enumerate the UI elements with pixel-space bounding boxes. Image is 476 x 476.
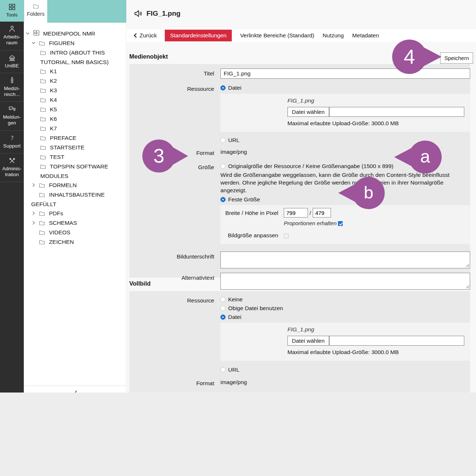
tree-item-pdfs[interactable]: PDFs: [24, 209, 126, 218]
chevron-left-icon: [134, 33, 137, 38]
tree-item-figuren[interactable]: FIGUREN: [24, 38, 126, 48]
tree-item[interactable]: K7: [24, 124, 126, 133]
tree-item-label: FORMELN: [49, 182, 77, 188]
ressource-label: Ressource: [129, 84, 220, 93]
proportionen-checkbox[interactable]: [338, 221, 343, 226]
rail-item-administration[interactable]: Adminis­tration: [0, 153, 24, 182]
back-button[interactable]: Zurück: [134, 32, 157, 39]
rail-item-meldungen[interactable]: Meldun­gen: [0, 102, 24, 130]
radio-datei[interactable]: [220, 85, 226, 90]
tab-standardeinstellungen[interactable]: Standardeinstellungen: [165, 30, 231, 41]
bildgroesse-checkbox[interactable]: [284, 234, 289, 238]
breite-hoehe-label: Breite / Höhe in Pi­xel: [220, 208, 284, 217]
folder-icon: [40, 134, 48, 143]
ressource-label: Ressource: [129, 295, 220, 305]
chevron-down-icon[interactable]: [31, 39, 38, 48]
format-value: image/png: [220, 148, 470, 156]
rail-item-medizinisch[interactable]: Medizi­nisch...: [0, 73, 24, 102]
rail-item-label: Support: [3, 143, 21, 149]
tab-bar: Zurück Standardeinstellungen Verlinkte B…: [126, 29, 476, 42]
tree-item[interactable]: K4: [24, 95, 126, 105]
resize-handle-icon[interactable]: [465, 285, 469, 289]
radio-datei[interactable]: [220, 315, 226, 320]
radio-keine-label: Keine: [228, 296, 243, 302]
rail-item-label: UniBE: [5, 63, 19, 68]
section-heading-medienobjekt: Medienobjekt: [129, 53, 168, 60]
page-title: FIG_1.png: [134, 9, 181, 18]
tree-item[interactable]: TOPSPIN SOFTWARE MODU­LES: [24, 162, 126, 181]
groesse-label: Größe: [129, 162, 220, 171]
chevron-right-icon[interactable]: [31, 209, 38, 218]
folder-icon: [40, 86, 48, 95]
chevron-right-icon[interactable]: [31, 219, 38, 228]
file-path-input[interactable]: [329, 336, 464, 346]
tree-item-medienpool[interactable]: MEDIENPOOL NMR: [24, 29, 126, 38]
tab-metadaten[interactable]: Metadaten: [352, 30, 379, 41]
tree-item[interactable]: K5: [24, 105, 126, 114]
titel-label: Titel: [129, 68, 220, 78]
rail-item-unibe[interactable]: UniBE: [0, 51, 24, 73]
tree-item[interactable]: K1: [24, 67, 126, 76]
radio-url-label: URL: [228, 367, 239, 373]
tab-verlinkte-bereiche[interactable]: Verlinkte Bereiche (Standard): [240, 30, 314, 41]
hoehe-input[interactable]: [313, 208, 331, 217]
rail-item-support[interactable]: ? Support: [0, 131, 24, 153]
save-button[interactable]: Speichern: [440, 52, 473, 64]
tree-item-label: STARTSEITE: [50, 144, 84, 150]
format-label: Format: [129, 378, 220, 387]
radio-feste-groesse[interactable]: [220, 197, 226, 202]
tree-item-label: FIGUREN: [49, 40, 75, 46]
question-icon: ?: [1, 134, 23, 142]
folder-icon: [40, 143, 48, 152]
tree-item[interactable]: K3: [24, 86, 126, 95]
folder-icon: [33, 4, 39, 8]
bildunterschrift-label: Bildunterschrift: [129, 252, 220, 261]
radio-datei-label: Datei: [228, 85, 241, 91]
tree-item-label: SCHEMAS: [49, 220, 77, 226]
breite-input[interactable]: [284, 208, 308, 217]
alternativtext-textarea[interactable]: [220, 273, 470, 290]
page-title-text: FIG_1.png: [146, 10, 181, 18]
tree-item[interactable]: K2: [24, 76, 126, 86]
titel-input[interactable]: [220, 68, 470, 79]
max-upload-note: Maximal erlaubte Upload-Größe: 3000.0 MB: [287, 348, 464, 356]
app-window: Tools Arbeits­raum UniBE Med: [0, 0, 476, 393]
bildunterschrift-textarea[interactable]: [220, 252, 470, 268]
radio-keine[interactable]: [220, 297, 226, 302]
choose-file-button[interactable]: Datei wählen: [287, 107, 329, 117]
file-path-input[interactable]: [329, 107, 464, 117]
tree-item[interactable]: ZEICHEN: [24, 237, 126, 247]
radio-url[interactable]: [220, 367, 226, 372]
radio-obige-datei[interactable]: [220, 306, 226, 311]
tree-item-schemas[interactable]: SCHEMAS: [24, 218, 126, 228]
tree-item[interactable]: VIDEOS: [24, 228, 126, 237]
folder-icon: [39, 219, 47, 228]
tree-item[interactable]: TEST: [24, 152, 126, 162]
radio-originalgroesse[interactable]: [220, 164, 226, 169]
rail-item-arbeitsraum[interactable]: Arbeits­raum: [0, 22, 24, 50]
tree-item-label: TEST: [50, 154, 64, 160]
folder-icon: [40, 153, 48, 162]
folder-icon: [40, 124, 48, 133]
tree-item[interactable]: PREFACE: [24, 133, 126, 143]
tab-folders[interactable]: Folders: [24, 0, 47, 31]
tree-item[interactable]: K6: [24, 114, 126, 124]
chevron-right-icon[interactable]: [31, 181, 38, 190]
rail-item-tools[interactable]: Tools: [0, 0, 24, 22]
radio-datei-label: Datei: [228, 314, 241, 320]
tree-item-label: TOPSPIN SOFTWARE MODU­LES: [40, 163, 108, 179]
clipped-panel-edge: (: [24, 386, 126, 393]
folder-icon: [40, 162, 48, 171]
tree-item-label: PDFs: [49, 210, 63, 216]
tree-item[interactable]: INHALTSBAUSTEINE GEFÜLLT: [24, 190, 126, 209]
chevron-down-icon[interactable]: [25, 29, 32, 38]
tree-item-formeln[interactable]: FORMELN: [24, 181, 126, 190]
tree-item[interactable]: INTRO (ABOUT THIS TUTORI­AL, NMR BASICS): [24, 48, 126, 67]
folder-icon: [39, 228, 47, 237]
radio-url[interactable]: [220, 138, 226, 143]
tab-nutzung[interactable]: Nutzung: [323, 30, 344, 41]
choose-file-button[interactable]: Datei wählen: [287, 336, 329, 346]
tree-item[interactable]: STARTSEITE: [24, 143, 126, 152]
format-value: image/png: [220, 378, 470, 386]
resize-handle-icon[interactable]: [465, 263, 469, 267]
